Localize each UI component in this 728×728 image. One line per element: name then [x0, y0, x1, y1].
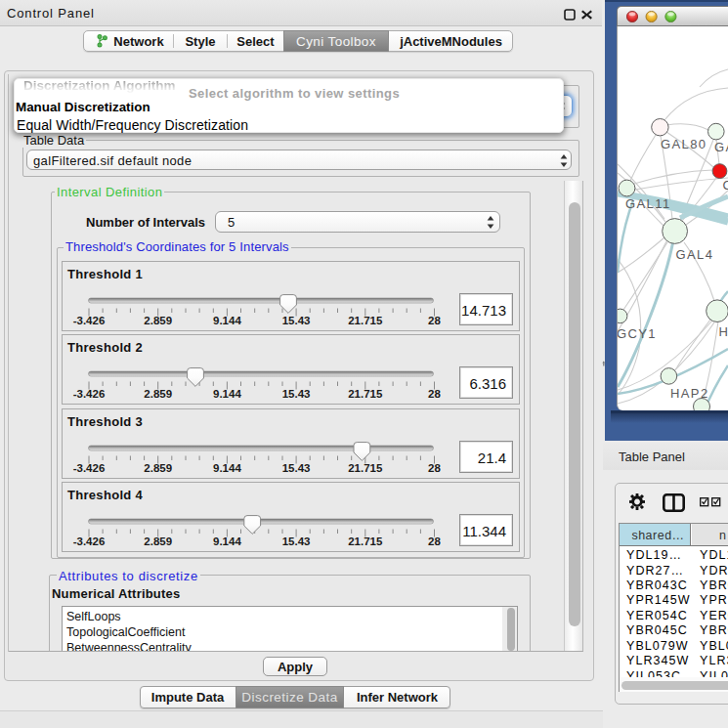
svg-text:-3.426: -3.426 — [73, 388, 106, 400]
svg-text:GAL11: GAL11 — [625, 196, 671, 211]
svg-text:21.715: 21.715 — [348, 388, 383, 400]
svg-text:9.144: 9.144 — [213, 535, 241, 547]
svg-text:-3.426: -3.426 — [73, 462, 106, 474]
svg-text:15.43: 15.43 — [282, 388, 311, 400]
svg-text:28: 28 — [428, 388, 441, 400]
svg-text:28: 28 — [428, 535, 441, 547]
svg-text:GAL4: GAL4 — [676, 247, 714, 262]
svg-text:21.715: 21.715 — [348, 535, 383, 547]
svg-text:9.144: 9.144 — [213, 462, 241, 474]
svg-text:C: C — [723, 178, 728, 193]
svg-text:-3.426: -3.426 — [73, 315, 106, 326]
svg-text:9.144: 9.144 — [213, 388, 241, 400]
svg-text:28: 28 — [428, 462, 441, 474]
svg-text:2.859: 2.859 — [144, 535, 172, 547]
svg-text:2.859: 2.859 — [144, 388, 172, 400]
svg-text:GA: GA — [714, 140, 728, 154]
svg-text:2.859: 2.859 — [144, 462, 172, 474]
svg-text:21.715: 21.715 — [348, 315, 383, 326]
svg-text:GAL80: GAL80 — [661, 137, 707, 151]
svg-text:GCY1: GCY1 — [618, 326, 657, 341]
svg-text:15.43: 15.43 — [282, 315, 311, 326]
svg-text:15.43: 15.43 — [282, 535, 311, 547]
svg-text:21.715: 21.715 — [348, 462, 383, 474]
svg-text:15.43: 15.43 — [282, 462, 311, 474]
svg-text:9.144: 9.144 — [213, 315, 241, 326]
svg-text:H: H — [719, 324, 728, 339]
svg-text:28: 28 — [428, 315, 441, 326]
svg-text:HAP2: HAP2 — [670, 386, 709, 401]
svg-text:-3.426: -3.426 — [73, 535, 106, 547]
svg-text:2.859: 2.859 — [144, 315, 172, 326]
